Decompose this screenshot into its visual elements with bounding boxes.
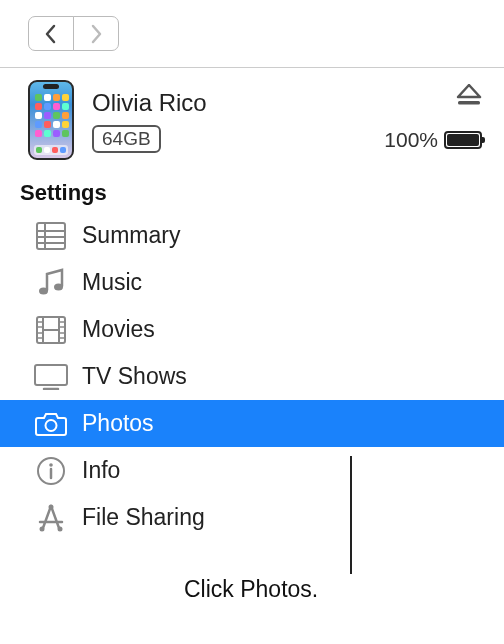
- svg-point-28: [58, 526, 63, 531]
- battery-percent: 100%: [384, 128, 438, 152]
- forward-button[interactable]: [73, 16, 119, 51]
- sidebar-item-tvshows[interactable]: TV Shows: [0, 353, 504, 400]
- menu-label: TV Shows: [82, 363, 187, 390]
- menu-label: Info: [82, 457, 120, 484]
- toolbar: [0, 0, 504, 68]
- section-title: Settings: [0, 168, 504, 212]
- device-name: Olivia Rico: [92, 89, 384, 117]
- battery-icon: [444, 131, 482, 149]
- svg-point-6: [39, 287, 48, 294]
- svg-rect-20: [35, 365, 67, 385]
- tv-icon: [34, 360, 68, 394]
- device-thumbnail: [28, 80, 74, 160]
- sidebar-item-info[interactable]: Info: [0, 447, 504, 494]
- sidebar-item-filesharing[interactable]: File Sharing: [0, 494, 504, 541]
- eject-button[interactable]: [456, 84, 482, 110]
- sidebar-item-movies[interactable]: Movies: [0, 306, 504, 353]
- svg-point-26: [49, 504, 54, 509]
- svg-rect-0: [458, 101, 480, 105]
- menu-label: Movies: [82, 316, 155, 343]
- apps-icon: [34, 501, 68, 535]
- back-button[interactable]: [28, 16, 74, 51]
- callout-line: [350, 456, 352, 574]
- music-icon: [34, 266, 68, 300]
- eject-icon: [456, 84, 482, 106]
- svg-point-27: [40, 526, 45, 531]
- sidebar-item-photos[interactable]: Photos: [0, 400, 504, 447]
- svg-point-7: [54, 283, 63, 290]
- device-info: Olivia Rico 64GB: [92, 87, 384, 153]
- svg-point-24: [49, 463, 53, 467]
- summary-icon: [34, 219, 68, 253]
- menu-label: File Sharing: [82, 504, 205, 531]
- callout-text: Click Photos.: [184, 576, 318, 603]
- chevron-right-icon: [89, 24, 103, 44]
- menu-label: Summary: [82, 222, 180, 249]
- camera-icon: [34, 407, 68, 441]
- battery-status: 100%: [384, 128, 482, 152]
- movies-icon: [34, 313, 68, 347]
- sidebar-item-summary[interactable]: Summary: [0, 212, 504, 259]
- menu-label: Music: [82, 269, 142, 296]
- device-header: Olivia Rico 64GB 100%: [0, 68, 504, 168]
- chevron-left-icon: [44, 24, 58, 44]
- storage-badge: 64GB: [92, 125, 161, 153]
- svg-point-22: [46, 420, 57, 431]
- info-icon: [34, 454, 68, 488]
- sidebar-item-music[interactable]: Music: [0, 259, 504, 306]
- menu-label: Photos: [82, 410, 154, 437]
